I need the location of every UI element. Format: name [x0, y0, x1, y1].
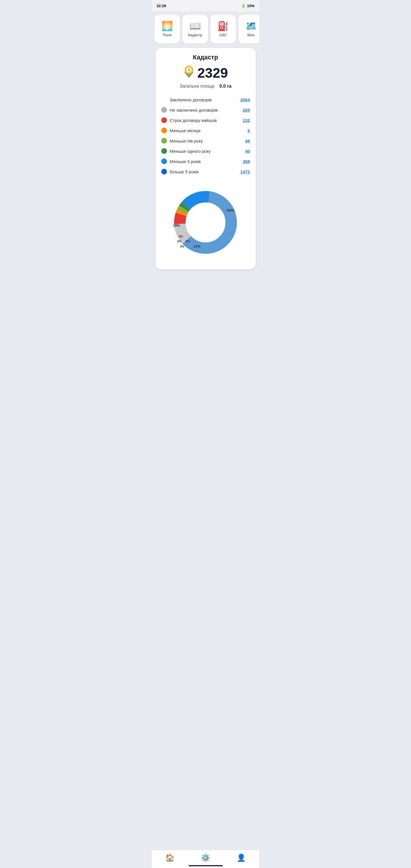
label-not-concluded: Не заключено договорів [170, 107, 240, 113]
nav-home[interactable]: 🏠 [165, 854, 175, 862]
battery-level: 15% [247, 4, 254, 8]
area-row: Загальна площа 0.0 га [160, 84, 251, 89]
label-3: 3% [180, 245, 184, 248]
fields-label: Поля [163, 33, 171, 37]
stat-row-less-halfyear: Меньше пів року 48 [160, 135, 251, 146]
gas-label: АЗС [220, 33, 227, 37]
stat-row-less-month: Меньше місяця 5 [160, 125, 251, 135]
label-11: 11% [193, 244, 200, 248]
stat-row-not-concluded: Не заключено договорів 265 [160, 105, 251, 115]
label-expired: Строк договору вийшов [170, 118, 240, 123]
value-less-5years[interactable]: 368 [243, 159, 250, 164]
map-pin-icon: $ [183, 65, 195, 81]
nav-profile[interactable]: 👤 [236, 854, 246, 862]
nav-card-gas[interactable]: ⛽ АЗС [210, 15, 236, 43]
bottom-nav: 🏠 ⚙️ 👤 [152, 850, 259, 868]
value-less-year[interactable]: 40 [245, 149, 250, 154]
value-more-5years[interactable]: 1472 [240, 169, 250, 174]
label-2a: 2% [179, 235, 183, 238]
stat-row-less-year: Меньше одного року 40 [160, 146, 251, 156]
dot-less-halfyear [161, 138, 167, 144]
value-less-halfyear[interactable]: 48 [245, 138, 250, 143]
dot-less-5years [161, 158, 167, 164]
area-label: Загальна площа [180, 84, 214, 89]
nav-card-cadastre[interactable]: 📖 Кадастр [182, 15, 208, 43]
label-63: 63% [227, 208, 234, 212]
status-bar: 22:29 🔋 15% [152, 0, 259, 11]
label-less-month: Меньше місяця [170, 128, 245, 133]
label-2b: 2% [177, 240, 182, 243]
label-less-halfyear: Меньше пів року [170, 138, 242, 143]
value-expired[interactable]: 132 [243, 118, 250, 123]
donut-hole [186, 203, 225, 242]
area-value: 0.0 га [220, 84, 231, 89]
value-not-concluded[interactable]: 265 [243, 107, 250, 113]
battery-icon: 🔋 [241, 4, 246, 8]
time-display: 22:29 [157, 4, 166, 8]
value-less-month[interactable]: 5 [248, 128, 250, 133]
stat-row-less-5years: Меньше 5 років 368 [160, 156, 251, 166]
nav-settings[interactable]: ⚙️ [201, 854, 210, 862]
label-more-5years: Більше 5 років [170, 169, 238, 174]
label-less-5years: Меньше 5 років [170, 159, 240, 164]
nav-cards-row: 🌅 Поля 📖 Кадастр ⛽ АЗС 🗺️ Мон [152, 11, 259, 47]
label-6: 6% [186, 240, 190, 243]
stat-row-more-5years: Більше 5 років 1472 [160, 166, 251, 177]
dot-less-month [161, 128, 167, 133]
stat-row-expired: Строк договору вийшов 132 [160, 115, 251, 125]
nav-card-map[interactable]: 🗺️ Мон [238, 15, 259, 43]
status-time: 22:29 [157, 4, 166, 8]
cadastre-icon: 📖 [190, 22, 201, 31]
label-less-year: Меньше одного року [170, 149, 242, 154]
label-16: 16% [173, 223, 180, 227]
donut-chart: 63% 11% 6% 2% 2% 3% 16% [168, 185, 243, 259]
nav-card-fields[interactable]: 🌅 Поля [154, 15, 180, 43]
settings-icon: ⚙️ [201, 854, 210, 862]
main-card: Кадастр $ 2329 Загальна площа 0.0 га Зак… [156, 48, 256, 269]
dot-concluded [161, 97, 167, 102]
status-icons: 🔋 15% [241, 4, 254, 8]
dot-not-concluded [161, 107, 167, 113]
label-concluded: Заключено договорів [170, 97, 238, 102]
value-concluded[interactable]: 2064 [240, 97, 250, 102]
gas-icon: ⛽ [218, 22, 229, 31]
map-label: Мон [248, 33, 255, 37]
svg-text:$: $ [188, 68, 190, 72]
fields-icon: 🌅 [162, 22, 173, 31]
dot-expired [161, 117, 167, 123]
dot-less-year [161, 148, 167, 154]
profile-icon: 👤 [236, 854, 246, 862]
card-title: Кадастр [160, 54, 251, 61]
map-icon: 🗺️ [246, 22, 257, 31]
home-indicator [188, 865, 223, 866]
stat-row-concluded: Заключено договорів 2064 [160, 94, 251, 105]
total-count: 2329 [197, 65, 228, 81]
cadastre-label: Кадастр [188, 33, 202, 37]
donut-chart-container: 63% 11% 6% 2% 2% 3% 16% [160, 182, 251, 262]
home-icon: 🏠 [165, 854, 175, 862]
stats-list: Заключено договорів 2064 Не заключено до… [160, 94, 251, 177]
total-count-row: $ 2329 [160, 65, 251, 81]
dot-more-5years [161, 169, 167, 175]
